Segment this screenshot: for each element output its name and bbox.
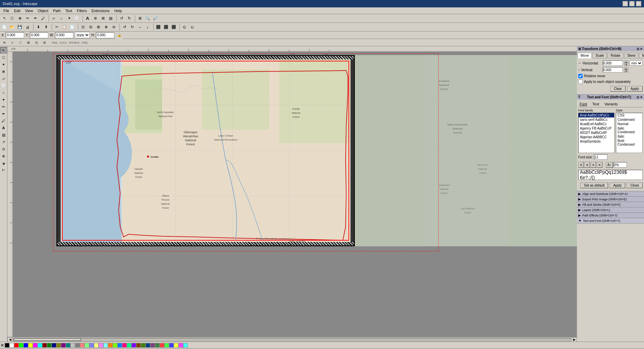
menu-filters[interactable]: Filters	[75, 8, 89, 13]
zoom-in-btn[interactable]: 🔍	[144, 15, 151, 22]
h-down-btn[interactable]: ▼	[624, 63, 628, 66]
font-sans-serif[interactable]: sans-serif AaBbCc	[579, 117, 614, 122]
tab-matrix[interactable]: Matrix	[639, 53, 644, 58]
grid-btn[interactable]: ⊞	[99, 15, 107, 22]
x-input[interactable]	[6, 32, 24, 38]
menu-path[interactable]: Path	[51, 8, 63, 13]
swatch-white[interactable]	[9, 343, 14, 348]
w-input[interactable]	[55, 32, 73, 38]
ellipse-tool[interactable]: ○	[0, 89, 7, 96]
tweak-tool[interactable]: ✦	[0, 61, 7, 68]
star-tool-btn[interactable]: ✦	[65, 15, 73, 22]
new-btn[interactable]: 📄	[1, 23, 8, 31]
rect-tool-btn[interactable]: ▱	[50, 15, 57, 22]
swatch-purple[interactable]	[61, 343, 66, 348]
style-normal[interactable]: Normal	[616, 122, 642, 126]
snap-guide-btn[interactable]: ⊞	[25, 39, 32, 46]
y-input[interactable]	[30, 32, 48, 38]
tab-rotate[interactable]: Rotate	[607, 53, 623, 58]
swatch-magenta[interactable]	[33, 343, 38, 348]
font-family-list[interactable]: Arial AaBbCcliPpCc sans-serif AaBbCc Aca…	[578, 113, 614, 153]
swatch-olive[interactable]	[56, 343, 61, 348]
swatch-sky[interactable]	[183, 343, 188, 348]
swatch-red[interactable]	[14, 343, 19, 348]
dropper-tool[interactable]: ⊙	[0, 146, 7, 152]
cut-btn[interactable]: ✂	[53, 23, 60, 31]
swatch-yellow-green[interactable]	[113, 343, 117, 348]
ungroup-btn[interactable]: U	[189, 23, 196, 31]
paste-btn[interactable]: 📄	[68, 23, 76, 31]
pencil-tool-btn[interactable]: ✏	[24, 15, 31, 22]
font-acadref[interactable]: AcadEref AaBbCc	[579, 122, 614, 126]
style-css[interactable]: CSS	[616, 113, 642, 117]
swatch-lt-magenta[interactable]	[99, 343, 103, 348]
snap-nodes-btn[interactable]: ⊹	[9, 39, 16, 46]
swatch-gray[interactable]	[75, 343, 80, 348]
maximize-button[interactable]: □	[629, 1, 635, 6]
font-arial[interactable]: Arial AaBbCcliPpCc	[579, 113, 614, 117]
unit-select[interactable]: mmpxcmin	[75, 32, 90, 38]
style-bold-condensed[interactable]: Bold Condensed	[616, 139, 642, 147]
snap-grid-btn[interactable]: ⊡	[33, 39, 40, 46]
zoom-out2-btn[interactable]: ⊖	[110, 23, 117, 31]
spray-btn[interactable]: ⊛	[92, 15, 99, 22]
flip-h-btn[interactable]: ↔	[136, 23, 144, 31]
justify-text-btn[interactable]: ≡	[597, 162, 602, 168]
swatch-navy[interactable]	[52, 343, 56, 348]
rotate-cw-btn[interactable]: ↻	[128, 23, 136, 31]
circle-tool-btn[interactable]: ○	[58, 15, 65, 22]
connector-tool[interactable]: ↗	[0, 139, 7, 145]
swatch-green[interactable]	[19, 343, 23, 348]
swatch-teal[interactable]	[66, 343, 70, 348]
paint-bucket-tool[interactable]: ⬙	[0, 160, 7, 166]
swatch-mint[interactable]	[164, 343, 169, 348]
tf-close-btn[interactable]: ✕	[640, 96, 643, 99]
swatch-silver[interactable]	[70, 343, 75, 348]
swatch-orchid[interactable]	[178, 343, 183, 348]
spacing-btn[interactable]: A↕	[606, 162, 613, 168]
measure-tool[interactable]: ⊢	[0, 167, 7, 173]
scroll-left-btn[interactable]: ◀	[7, 337, 13, 342]
save-btn[interactable]: 💾	[16, 23, 23, 31]
style-condensed[interactable]: Condensed	[616, 117, 642, 122]
selector-tool[interactable]: ↖	[0, 47, 7, 54]
swatch-dark-azure[interactable]	[146, 343, 150, 348]
align-left-btn[interactable]: ⬛	[155, 23, 162, 31]
group-btn[interactable]: G	[181, 23, 188, 31]
zoom-fit-btn[interactable]: ⊞	[136, 15, 144, 22]
apply-button[interactable]: Apply	[627, 86, 643, 92]
bezier-tool-btn[interactable]: ✒	[32, 15, 39, 22]
path-effects-header[interactable]: ▶ Path Effects (Shift+Ctrl+7)	[577, 213, 644, 218]
font-size-input[interactable]	[594, 154, 607, 160]
vertical-input[interactable]	[603, 67, 623, 72]
swatch-orange[interactable]	[108, 343, 113, 348]
export-header[interactable]: ▶ Export PNG Image (Shift+Ctrl+E)	[577, 197, 644, 202]
tab-scale[interactable]: Scale	[592, 53, 607, 58]
v-up-btn[interactable]: ▲	[624, 67, 628, 70]
3dbox-tool[interactable]: ⬜	[0, 82, 7, 89]
line-spacing-input[interactable]	[613, 162, 627, 167]
panel-close-btn[interactable]: ✕	[640, 47, 643, 51]
zoom-drawing-btn[interactable]: ⊟	[87, 23, 94, 31]
menu-help[interactable]: Help	[112, 8, 124, 13]
minimize-button[interactable]: ─	[623, 1, 628, 6]
font-close-btn[interactable]: Close	[627, 183, 643, 188]
redo-btn[interactable]: ↻	[125, 15, 133, 22]
pen-tool[interactable]: ✒	[0, 110, 7, 117]
align-left-text-btn[interactable]: ≡	[578, 162, 584, 168]
zoom-selection-btn[interactable]: ⊡	[79, 23, 87, 31]
undo-btn[interactable]: ↺	[118, 15, 125, 22]
apply-each-checkbox[interactable]	[578, 80, 583, 84]
snap-enable-btn[interactable]: %	[1, 39, 8, 46]
gradient-btn[interactable]: ▤	[107, 15, 114, 22]
calligraphy-btn[interactable]: 🖊	[39, 15, 47, 22]
rect-tool[interactable]: ▱	[0, 75, 7, 82]
panel-float-btn[interactable]: ⊡	[637, 47, 639, 51]
swatch-brown[interactable]	[136, 343, 141, 348]
zoom-out-btn[interactable]: 🔎	[152, 15, 159, 22]
swatch-cornflower[interactable]	[169, 343, 174, 348]
style-italic[interactable]: Italic	[616, 134, 642, 139]
print-btn[interactable]: 🖨	[24, 23, 31, 31]
swatch-dkgreen[interactable]	[47, 343, 52, 348]
menu-object[interactable]: Object	[36, 8, 50, 13]
